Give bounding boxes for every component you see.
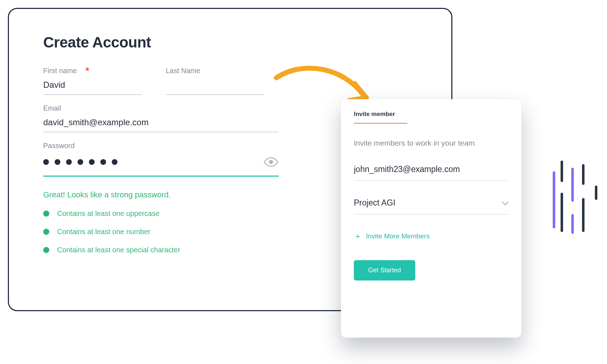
last-name-label: Last Name <box>166 67 200 75</box>
check-dot-icon <box>43 211 49 217</box>
password-dot <box>100 159 106 165</box>
project-select-value: Project AGI <box>354 198 395 208</box>
last-name-field: Last Name <box>166 67 264 95</box>
check-dot-icon <box>43 229 49 235</box>
first-name-label: First name <box>43 67 77 75</box>
chevron-down-icon <box>502 198 508 208</box>
first-name-field: First name * <box>43 67 141 95</box>
password-input-row[interactable] <box>43 150 279 177</box>
password-field-group: Password <box>43 142 279 177</box>
invite-subhead: Invite members to work in your team <box>354 139 508 147</box>
name-row: First name * Last Name <box>43 67 417 104</box>
svg-point-0 <box>269 160 273 164</box>
first-name-input[interactable] <box>43 76 141 95</box>
required-asterisk-icon: * <box>85 68 89 74</box>
password-rule-text: Contains at least one number <box>57 228 150 236</box>
get-started-button[interactable]: Get Started <box>354 260 415 280</box>
page-title: Create Account <box>43 34 417 51</box>
plus-icon: ＋ <box>354 232 362 240</box>
password-dot <box>89 159 95 165</box>
invite-email-input[interactable] <box>354 162 508 181</box>
invite-more-label: Invite More Members <box>366 232 430 240</box>
password-label: Password <box>43 142 279 150</box>
password-rule-text: Contains at least one special character <box>57 246 180 254</box>
invite-member-card: Invite member Invite members to work in … <box>341 99 521 338</box>
password-dots <box>43 159 258 165</box>
last-name-label-line: Last Name <box>166 67 264 75</box>
invite-more-button[interactable]: ＋ Invite More Members <box>354 232 508 240</box>
invite-member-tab[interactable]: Invite member <box>354 111 407 124</box>
email-label: Email <box>43 104 279 112</box>
decorative-bars <box>553 161 607 257</box>
password-dot <box>43 159 49 165</box>
project-select[interactable]: Project AGI <box>354 197 508 214</box>
email-field-group: Email <box>43 104 279 132</box>
first-name-label-line: First name * <box>43 67 141 75</box>
check-dot-icon <box>43 247 49 253</box>
password-dot <box>77 159 83 165</box>
password-dot <box>112 159 117 165</box>
password-rule-text: Contains at least one uppercase <box>57 209 160 218</box>
eye-icon[interactable] <box>263 156 279 168</box>
last-name-input[interactable] <box>166 76 264 95</box>
email-input[interactable] <box>43 114 279 132</box>
password-dot <box>66 159 72 165</box>
password-dot <box>55 159 60 165</box>
